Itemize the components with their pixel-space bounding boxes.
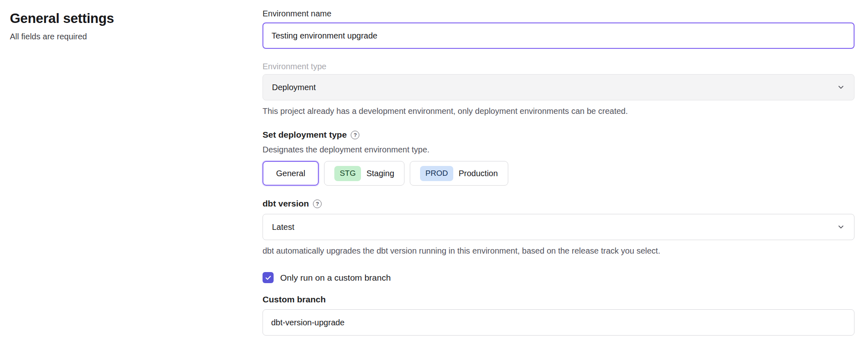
environment-type-label: Environment type [263,62,854,71]
environment-type-field: Environment type Deployment This project… [263,62,854,117]
option-label: Staging [366,169,394,178]
custom-branch-checkbox-label: Only run on a custom branch [280,273,391,283]
environment-type-helper: This project already has a development e… [263,106,854,117]
custom-branch-field: Custom branch [263,295,854,336]
custom-branch-label: Custom branch [263,295,854,304]
page-subtitle: All fields are required [10,32,263,41]
deployment-type-description: Designates the deployment environment ty… [263,145,854,154]
environment-type-value: Deployment [272,83,316,92]
custom-branch-input[interactable] [263,309,854,336]
dbt-version-section: dbt version ? Latest dbt automatically u… [263,199,854,256]
page-title: General settings [10,11,263,26]
deployment-type-option-general[interactable]: General [263,161,319,186]
general-settings-page: General settings All fields are required… [0,0,868,336]
stg-badge: STG [334,166,361,181]
settings-intro: General settings All fields are required [10,9,263,41]
deployment-type-option-production[interactable]: PROD Production [410,161,508,186]
dbt-version-value: Latest [272,222,294,232]
environment-name-label: Environment name [263,9,854,18]
dbt-version-label: dbt version [263,199,309,209]
deployment-type-label: Set deployment type [263,130,347,140]
deployment-type-label-row: Set deployment type ? [263,130,854,140]
deployment-type-section: Set deployment type ? Designates the dep… [263,130,854,186]
check-icon [265,274,272,281]
option-label: Production [459,169,498,178]
environment-name-field: Environment name [263,9,854,49]
environment-name-input[interactable] [263,23,854,49]
dbt-version-select[interactable]: Latest [263,214,854,240]
deployment-type-option-staging[interactable]: STG Staging [324,161,404,186]
help-icon[interactable]: ? [313,200,322,208]
prod-badge: PROD [420,166,453,181]
chevron-down-icon [837,83,845,91]
environment-settings-form: Environment name Environment type Deploy… [263,9,854,336]
dbt-version-label-row: dbt version ? [263,199,854,209]
custom-branch-checkbox[interactable] [263,272,274,283]
environment-type-select[interactable]: Deployment [263,74,854,100]
option-label: General [276,169,305,178]
help-icon[interactable]: ? [351,131,359,139]
deployment-type-options: General STG Staging PROD Production [263,161,854,186]
dbt-version-helper: dbt automatically upgrades the dbt versi… [263,245,854,256]
chevron-down-icon [837,223,845,231]
custom-branch-toggle-row: Only run on a custom branch [263,272,854,283]
